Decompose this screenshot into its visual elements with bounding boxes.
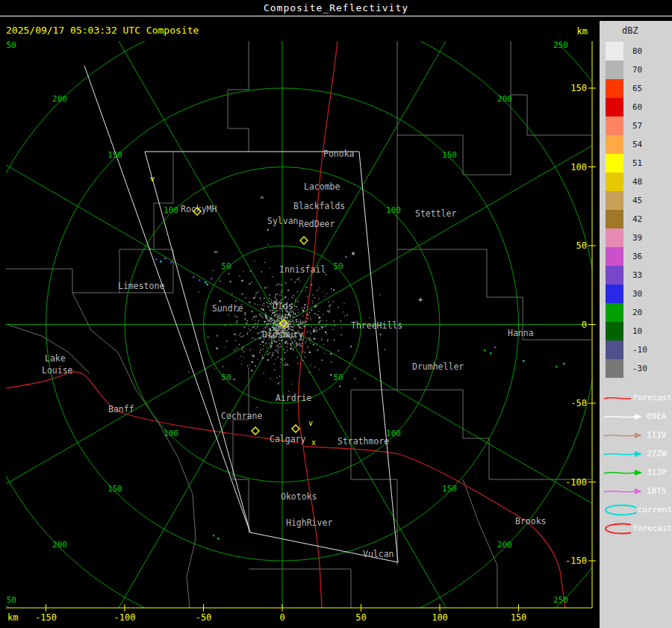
colorbar-swatch [606,285,623,303]
colorbar-swatch [606,210,623,228]
echo-pixel [164,258,166,259]
colorbar-swatch [606,228,623,247]
colorbar-band: 10 [600,322,672,341]
colorbar-value: 33 [632,270,642,280]
colorbar-swatch [606,42,623,60]
bottom-axis-label: 0 [279,612,284,623]
legend-arrow-icon [602,448,645,460]
ring-distance-label: 200 [52,540,67,550]
city-label: RedDeer [299,219,335,229]
colorbar-value: 51 [632,158,642,168]
colorbar-swatch [606,135,623,154]
legend-ellipse-icon [602,504,636,516]
city-label: Ponoka [323,149,355,159]
colorbar-swatch [606,341,623,359]
km-unit-bottom: km [7,612,18,623]
colorbar-swatch [606,154,623,172]
bottom-axis-label: 150 [511,612,527,623]
colorbar-band: -10 [600,341,672,359]
city-label: Didsbury [262,329,303,340]
city-label: ThreeHills [351,320,402,331]
legend-item: forecast [600,519,672,538]
colorbar-value: 36 [632,252,642,261]
right-axis-label: -150 [565,556,587,566]
map-symbol: ^ [284,363,289,371]
radar-map: 5050505010010010010015015015015020020020… [0,0,672,628]
colorbar-band: 57 [600,116,672,135]
colorbar-swatch [606,79,623,98]
colorbar-swatch [606,60,623,79]
echo-pixel [556,366,557,367]
echo-pixel [160,261,161,262]
city-label: Airdrie [276,393,312,403]
legend-item: 09EA [600,407,672,426]
legend-label: 27ZW [647,449,667,458]
legend-arrow-icon [602,392,631,404]
legend-label: 31JP [647,467,667,477]
city-label: Sylvan [267,216,299,226]
map-symbol: ^ [214,250,218,258]
colorbar-value: 45 [632,196,642,205]
colorbar-value: -30 [632,364,647,373]
colorbar-band: 65 [600,79,672,98]
ring-distance-label: 200 [52,94,67,104]
colorbar-swatch [606,322,623,341]
colorbar-band: 36 [600,247,672,266]
legend-item: current [600,500,672,519]
colorbar-value: 20 [632,308,642,317]
echo-pixel [494,346,496,348]
ring-distance-label: 100 [164,429,178,438]
bottom-axis-label: -100 [114,612,136,623]
ring-distance-label: 100 [386,205,401,215]
ring-distance-label: 150 [108,150,122,160]
ring-distance-label: 50 [221,261,231,271]
colorbar-swatch [606,247,623,266]
right-axis-label: -100 [565,477,587,488]
city-label: Limestone [118,281,164,291]
colorbar-value: 60 [632,102,642,112]
colorbar-band: 51 [600,154,672,172]
legend-item: 111V [600,426,672,444]
city-label: Vulcan [363,549,394,559]
ring-distance-label: 150 [108,484,122,494]
colorbar-band: 30 [600,285,672,303]
right-axis-label: 0 [582,320,587,330]
city-label: Sundre [212,303,243,314]
bottom-axis-label: -150 [35,612,57,623]
colorbar-band: 42 [600,210,672,228]
right-axis-label: 100 [570,162,587,172]
city-label: Blackfalds [293,201,345,211]
echo-pixel [490,352,491,354]
legend-label: forecast [632,523,672,533]
colorbar-value: 80 [632,46,642,56]
ring-distance-label: 200 [497,540,512,550]
city-label: Drumheller [412,361,464,372]
colorbar-band: 39 [600,228,672,247]
legend-arrow-icon [602,485,645,497]
city-label: Louise [42,365,73,376]
map-symbol: + [418,296,423,304]
colorbar-value: -10 [632,345,647,355]
city-label: Brooks [515,516,547,526]
colorbar-value: 65 [632,84,642,93]
km-unit-top: km [577,26,588,37]
echo-pixel [217,538,219,539]
legend-arrow-icon [602,411,645,423]
city-label: Hanna [508,328,534,338]
map-symbol: v [150,175,155,183]
radar-app-window: 5050505010010010010015015015015020020020… [0,0,672,628]
ring-distance-label: 250 [553,595,568,605]
legend-item: 18TS [600,482,672,500]
legend-label: 111V [647,430,667,440]
legend-label: current [638,505,672,514]
city-label: Strathmore [337,436,389,447]
ring-distance-label: 50 [221,373,231,382]
legend-list: forecast09EA111V27ZW31JP18TScurrentforec… [600,388,672,538]
title-bar: Composite_Reflectivity [0,0,672,16]
echo-pixel [155,258,157,260]
colorbar-value: 39 [632,233,642,243]
colorbar-value: 42 [632,214,642,224]
city-label: Okotoks [281,491,317,502]
map-symbol: v [308,419,313,427]
echo-pixel [484,349,485,351]
